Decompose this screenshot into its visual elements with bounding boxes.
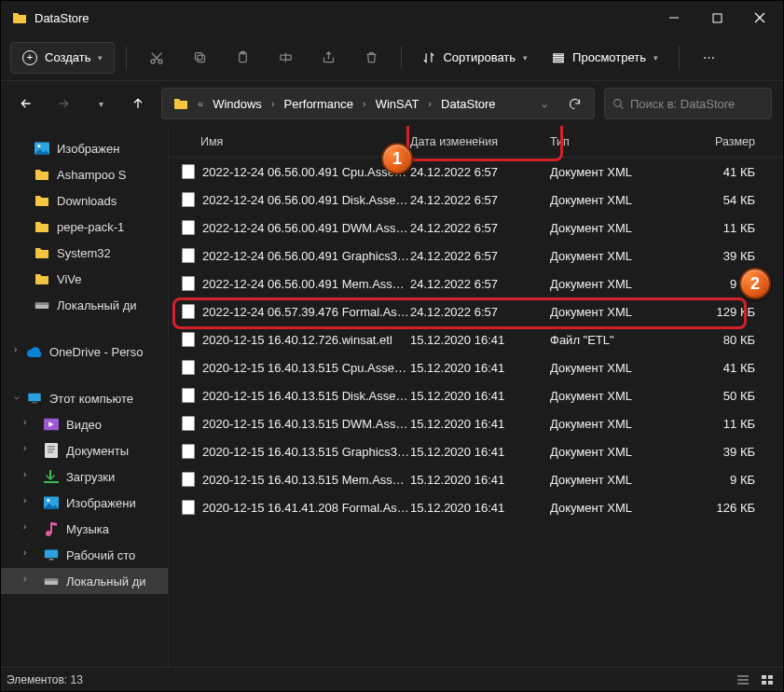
- sidebar-item[interactable]: ›Загрузки: [1, 464, 168, 490]
- column-date[interactable]: Дата изменения ⌵: [410, 135, 550, 148]
- column-size[interactable]: Размер: [690, 135, 755, 148]
- sidebar-item[interactable]: ›Документы: [1, 437, 168, 464]
- svg-rect-24: [44, 481, 59, 483]
- breadcrumb-seg[interactable]: Performance: [279, 97, 359, 111]
- file-row[interactable]: 2022-12-24 06.56.00.491 Disk.Assessment …: [169, 186, 783, 214]
- breadcrumb[interactable]: « Windows › Performance › WinSAT › DataS…: [161, 88, 595, 119]
- sidebar-item-label: Этот компьюте: [49, 392, 133, 406]
- back-button[interactable]: [12, 90, 40, 118]
- svg-rect-33: [762, 675, 766, 679]
- sidebar-item[interactable]: ›Музыка: [1, 516, 168, 542]
- folder-icon: [34, 193, 49, 208]
- sidebar-item[interactable]: ›Рабочий сто: [1, 542, 168, 568]
- sidebar-item-label: Изображени: [66, 496, 136, 510]
- forward-button[interactable]: [49, 90, 77, 118]
- more-button[interactable]: ⋯: [691, 42, 728, 74]
- sidebar-item[interactable]: Изображен: [1, 135, 168, 161]
- file-icon: [182, 304, 195, 319]
- breadcrumb-seg[interactable]: DataStore: [435, 97, 502, 111]
- sidebar-item-label: Downloads: [57, 194, 117, 208]
- file-icon: [182, 444, 195, 459]
- file-date: 24.12.2022 6:57: [410, 221, 550, 235]
- image-icon: [44, 495, 59, 510]
- file-type: Документ XML: [550, 193, 690, 207]
- file-date: 24.12.2022 6:57: [410, 277, 550, 291]
- file-name: 2020-12-15 16.40.12.726.winsat.etl: [202, 333, 392, 347]
- file-icon: [182, 220, 195, 235]
- file-row[interactable]: 2022-12-24 06.56.00.491 DWM.Assessme...2…: [169, 214, 783, 242]
- sidebar-item-label: Видео: [66, 418, 102, 432]
- file-date: 15.12.2020 16:41: [410, 389, 550, 403]
- file-row[interactable]: 2020-12-15 16.40.13.515 Mem.Assessmen...…: [169, 465, 783, 493]
- search-placeholder: Поиск в: DataStore: [630, 97, 735, 111]
- file-type: Файл "ETL": [550, 333, 690, 347]
- recent-dropdown[interactable]: ▾: [87, 90, 115, 118]
- file-name: 2022-12-24 06.56.00.491 DWM.Assessme...: [202, 221, 410, 235]
- search-input[interactable]: Поиск в: DataStore: [604, 88, 772, 119]
- file-type: Документ XML: [550, 277, 690, 291]
- sidebar-item[interactable]: ›Изображени: [1, 490, 168, 516]
- file-date: 15.12.2020 16:41: [410, 417, 550, 431]
- file-type: Документ XML: [550, 473, 690, 487]
- chevron-down-icon: ⌵: [14, 391, 20, 401]
- share-button[interactable]: [309, 42, 347, 74]
- sidebar-item[interactable]: ›Видео: [1, 411, 168, 437]
- svg-rect-30: [49, 559, 54, 561]
- sidebar-item[interactable]: pepe-pack-1: [1, 214, 168, 240]
- file-row[interactable]: 2022-12-24 06.56.00.491 Graphics3D.Asse.…: [169, 242, 783, 270]
- up-button[interactable]: [124, 90, 152, 118]
- file-size: 39 КБ: [690, 445, 755, 459]
- chevron-right-icon: ›: [23, 443, 26, 453]
- cut-button[interactable]: [138, 42, 175, 74]
- column-type[interactable]: Тип: [550, 135, 690, 148]
- refresh-button[interactable]: [560, 90, 588, 118]
- svg-rect-35: [762, 681, 766, 685]
- sidebar-item[interactable]: Downloads: [1, 187, 168, 214]
- file-row[interactable]: 2022-12-24 06.56.00.491 Mem.Assessmen...…: [169, 270, 783, 298]
- image-icon: [34, 141, 49, 156]
- view-button[interactable]: Просмотреть ▾: [543, 42, 667, 74]
- delete-button[interactable]: [352, 42, 390, 74]
- svg-point-12: [614, 99, 622, 106]
- file-row[interactable]: 2022-12-24 06.56.00.491 Cpu.Assessm...24…: [169, 158, 783, 186]
- file-row[interactable]: 2020-12-15 16.40.13.515 Disk.Assessment.…: [169, 381, 783, 409]
- new-button[interactable]: + Создать ▾: [10, 42, 115, 74]
- sidebar-item[interactable]: Локальный ди: [1, 292, 168, 318]
- file-type: Документ XML: [550, 305, 690, 319]
- file-row[interactable]: 2020-12-15 16.40.13.515 Cpu.Assessment .…: [169, 353, 783, 381]
- sidebar-thispc[interactable]: ⌵ Этот компьюте: [1, 385, 168, 411]
- sidebar-item-label: OneDrive - Perso: [49, 345, 143, 359]
- sidebar-item[interactable]: ViVe: [1, 266, 168, 292]
- breadcrumb-dropdown[interactable]: ⌵: [530, 90, 558, 118]
- breadcrumb-seg[interactable]: WinSAT: [370, 97, 425, 111]
- maximize-button[interactable]: [695, 3, 738, 33]
- breadcrumb-seg[interactable]: Windows: [207, 97, 268, 111]
- icons-view-button[interactable]: [757, 671, 777, 688]
- file-row[interactable]: 2020-12-15 16.40.13.515 Graphics3D.Asse.…: [169, 437, 783, 465]
- file-row[interactable]: 2020-12-15 16.41.41.208 Formal.Assessm..…: [169, 493, 783, 521]
- download-icon: [44, 469, 59, 484]
- details-view-button[interactable]: [733, 671, 753, 688]
- paste-button[interactable]: [224, 42, 261, 74]
- music-icon: [44, 521, 59, 536]
- minimize-button[interactable]: [653, 3, 695, 33]
- sidebar-item[interactable]: System32: [1, 240, 168, 266]
- sort-button[interactable]: Сортировать ▾: [413, 42, 537, 74]
- file-row[interactable]: 2020-12-15 16.40.13.515 DWM.Assessme...1…: [169, 409, 783, 437]
- rename-button[interactable]: [267, 42, 304, 74]
- sidebar-onedrive[interactable]: › OneDrive - Perso: [1, 339, 168, 365]
- svg-rect-23: [48, 451, 53, 453]
- file-type: Документ XML: [550, 501, 690, 515]
- file-row[interactable]: 2022-12-24 06.57.39.476 Formal.Assessm..…: [169, 298, 783, 325]
- file-size: 9 КБ: [690, 473, 755, 487]
- copy-button[interactable]: [181, 42, 218, 74]
- sidebar-item[interactable]: ›Локальный ди: [1, 568, 168, 594]
- file-size: 80 КБ: [690, 333, 755, 347]
- sidebar-item[interactable]: Ashampoo S: [1, 161, 168, 187]
- column-name[interactable]: Имя: [182, 135, 410, 148]
- statusbar: Элементов: 13: [1, 667, 783, 691]
- file-row[interactable]: 2020-12-15 16.40.12.726.winsat.etl15.12.…: [169, 325, 783, 353]
- close-button[interactable]: [738, 3, 781, 33]
- svg-rect-0: [669, 18, 679, 19]
- svg-point-14: [37, 145, 40, 147]
